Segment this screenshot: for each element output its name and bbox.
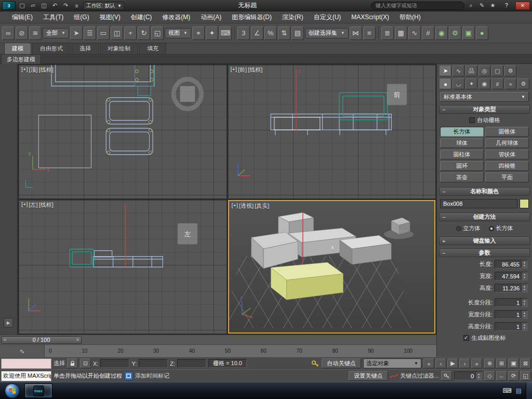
menu-item[interactable]: 视图(V) <box>95 11 125 23</box>
zoom-icon[interactable]: ⊕ <box>484 358 495 368</box>
viewport-menu-button[interactable]: [+] <box>21 66 28 74</box>
spinner-icon[interactable]: ▲▼ <box>521 260 527 268</box>
select-and-link-icon[interactable]: ∞ <box>2 26 15 40</box>
go-to-start-icon[interactable]: « <box>423 358 434 368</box>
shapes-category-icon[interactable]: ◡ <box>453 78 464 89</box>
helpers-category-icon[interactable]: # <box>491 78 503 89</box>
viewport-view-button[interactable]: [顶] <box>29 66 38 74</box>
time-slider[interactable]: < 0 / 100 > <box>0 335 436 344</box>
search-icon[interactable]: ⌕ <box>466 2 476 10</box>
zoom-region-icon[interactable]: ◇ <box>484 371 495 381</box>
viewport-view-button[interactable]: [前] <box>238 66 247 74</box>
play-icon[interactable]: ▶ <box>447 358 458 368</box>
snap-toggle-3d-icon[interactable]: 3 <box>237 26 250 40</box>
y-coordinate-field[interactable] <box>139 359 168 368</box>
viewport-view-button[interactable]: [左] <box>29 201 38 209</box>
percent-snap-icon[interactable]: % <box>264 26 277 40</box>
spinner-snap-icon[interactable]: ⇅ <box>278 26 290 40</box>
graphite-toggle-icon[interactable]: ▦ <box>395 26 407 40</box>
show-desktop-button[interactable] <box>526 382 532 399</box>
rollout-object-type[interactable]: − 对象类型 <box>439 105 530 114</box>
viewcube[interactable]: 左 <box>178 223 197 245</box>
edit-named-selections-icon[interactable]: ▤ <box>291 26 304 40</box>
maximize-viewport-icon[interactable]: ◱ <box>520 371 531 381</box>
time-slider-handle[interactable]: < 0 / 100 > <box>1 336 82 344</box>
app-logo-icon[interactable]: 3 <box>2 1 16 10</box>
use-pivot-center-icon[interactable]: ⌖ <box>192 26 205 40</box>
rollout-name-color[interactable]: − 名称和颜色 <box>439 187 530 196</box>
viewport-menu-button[interactable]: [+] <box>231 66 237 74</box>
width-field[interactable]: 47.594▲▼ <box>495 272 528 281</box>
macro-recorder-pane[interactable] <box>1 358 51 369</box>
viewport-menu-button[interactable]: [+] <box>232 202 238 210</box>
object-type-button[interactable]: 球体 <box>440 138 484 148</box>
lights-category-icon[interactable]: ✦ <box>466 78 477 89</box>
create-tab-icon[interactable]: ➤ <box>440 65 451 76</box>
workspace-dropdown[interactable]: 工作区: 默认 ▾ <box>83 2 124 10</box>
object-name-field[interactable]: Box008 <box>440 199 517 208</box>
select-object-icon[interactable]: ➤ <box>70 26 83 40</box>
action-center-icon[interactable]: ▤ <box>516 387 522 394</box>
rendered-frame-icon[interactable]: ▣ <box>462 26 475 40</box>
schematic-view-icon[interactable]: # <box>422 26 434 40</box>
autogrid-checkbox[interactable]: 自动栅格 <box>437 116 532 124</box>
menu-item[interactable]: 帮助(H) <box>395 11 425 23</box>
utilities-tab-icon[interactable]: ⚙ <box>504 65 516 76</box>
render-setup-icon[interactable]: ⚙ <box>449 26 461 40</box>
viewport-perspective[interactable]: [+] [透视] [真实] <box>228 200 436 334</box>
taskbar-3dsmax-button[interactable]: max <box>24 383 52 398</box>
set-key-button[interactable]: 设置关键点 <box>349 371 388 381</box>
layer-manager-icon[interactable]: ≣ <box>381 26 394 40</box>
zoom-extents-all-icon[interactable]: ⊠ <box>520 358 531 368</box>
key-filter-mode-dropdown[interactable]: 选定对象 ▼ <box>363 358 421 368</box>
viewport-shading-button[interactable]: [真实] <box>255 202 269 210</box>
object-type-button[interactable]: 四棱锥 <box>485 161 529 171</box>
undo-icon[interactable]: ↶ <box>50 2 60 10</box>
width-segments-field[interactable]: 1▲▼ <box>495 310 528 319</box>
material-editor-icon[interactable]: ◉ <box>435 26 448 40</box>
close-button[interactable]: ✕ <box>515 2 530 10</box>
length-field[interactable]: 86.455▲▼ <box>495 260 528 269</box>
object-type-button[interactable]: 几何球体 <box>485 138 529 148</box>
menu-item[interactable]: 组(G) <box>69 11 94 23</box>
height-segments-field[interactable]: 1▲▼ <box>495 322 528 331</box>
track-bar-ruler[interactable]: 0102030405060708090100 <box>45 345 413 357</box>
object-type-button[interactable]: 茶壶 <box>440 172 484 182</box>
select-and-move-icon[interactable]: + <box>124 26 137 40</box>
auto-key-button[interactable]: 自动关键点 <box>322 358 361 368</box>
coordinate-system-dropdown[interactable]: 视图▼ <box>165 28 191 38</box>
cameras-category-icon[interactable]: ◉ <box>478 78 490 89</box>
selection-filter-dropdown[interactable]: 全部▼ <box>43 28 69 38</box>
menu-item[interactable]: 图形编辑器(D) <box>227 11 276 23</box>
key-mode-toggle[interactable] <box>441 371 452 381</box>
viewport-shading-button[interactable]: [线框] <box>248 66 262 74</box>
bind-to-space-warp-icon[interactable]: ≋ <box>29 26 42 40</box>
previous-frame-arrow[interactable]: < <box>4 337 6 342</box>
render-production-icon[interactable]: ● <box>476 26 488 40</box>
menu-item[interactable]: MAXScript(X) <box>347 12 394 22</box>
length-segments-field[interactable]: 1▲▼ <box>495 298 528 307</box>
orbit-icon[interactable]: ⟳ <box>508 371 519 381</box>
spinner-icon[interactable]: ▲▼ <box>521 284 527 292</box>
box008-object[interactable] <box>271 262 343 300</box>
select-and-manipulate-icon[interactable]: ✦ <box>206 26 218 40</box>
object-color-swatch[interactable] <box>520 199 529 208</box>
tab-polygon-modeling[interactable]: 多边形建模 <box>1 54 41 64</box>
viewport-menu-button[interactable]: [+] <box>21 201 28 209</box>
language-indicator-icon[interactable]: ⌨ <box>502 387 511 394</box>
geometry-category-dropdown[interactable]: 标准基本体 ▼ <box>440 92 529 102</box>
next-frame-arrow[interactable]: > <box>76 337 79 342</box>
key-filters-button[interactable]: 关键点过滤器... <box>400 372 439 380</box>
menu-item[interactable]: 动画(A) <box>196 11 226 23</box>
ribbon-tab[interactable]: 填充 <box>139 43 166 54</box>
favorites-icon[interactable]: ★ <box>488 2 498 10</box>
rollout-keyboard-entry[interactable]: + 键盘输入 <box>439 236 530 245</box>
expand-panel-button[interactable]: ▶ <box>4 318 13 327</box>
creation-method-box-radio[interactable]: 长方体 <box>489 224 513 232</box>
hierarchy-tab-icon[interactable]: 品 <box>466 65 477 76</box>
infocenter-search[interactable]: 键入关键字或短语 <box>371 2 464 10</box>
menu-item[interactable]: 修改器(M) <box>157 11 195 23</box>
new-file-icon[interactable]: ▢ <box>17 2 27 10</box>
spinner-icon[interactable]: ▲▼ <box>521 272 527 280</box>
viewcube[interactable] <box>384 218 414 239</box>
